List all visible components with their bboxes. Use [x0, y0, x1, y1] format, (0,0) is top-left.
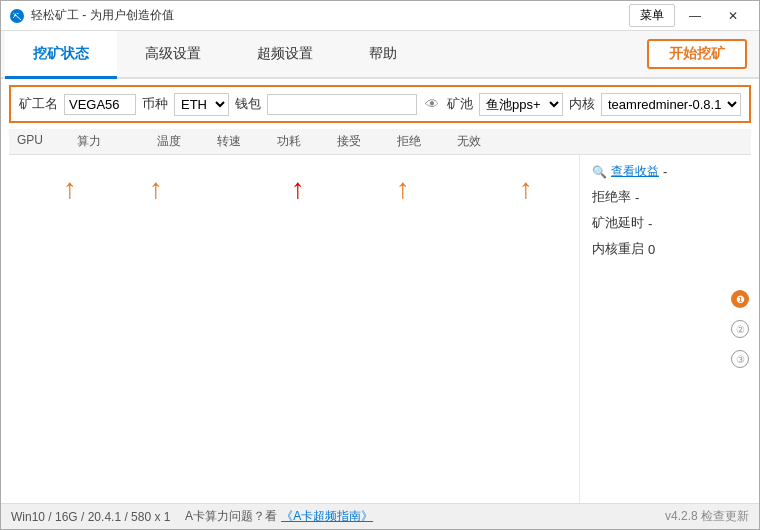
arrows-overlay: ↑ ↑ ↑ ↑ ↑ [1, 155, 579, 503]
restart-label: 内核重启 [592, 240, 644, 258]
reject-rate-label: 拒绝率 [592, 188, 631, 206]
col-rejected: 拒绝 [397, 133, 457, 150]
pool-select[interactable]: 鱼池pps+ 鱼池pplns 其他 [479, 93, 563, 116]
nav-bar: 挖矿状态 高级设置 超频设置 帮助 开始挖矿 [1, 31, 759, 79]
question-text [174, 510, 181, 524]
core-label: 内核 [569, 95, 595, 113]
question-prefix: A卡算力问题？看 [185, 508, 277, 525]
reject-rate-value: - [635, 190, 639, 205]
config-row: 矿工名 币种 ETH ETC RVN ERG 钱包 👁 矿池 鱼池pps+ 鱼池… [9, 85, 751, 123]
reject-rate-row: 拒绝率 - [592, 188, 747, 206]
minimize-button[interactable]: — [677, 6, 713, 26]
core-select[interactable]: teamredminer-0.8.1 lolminer PhoenixMiner [601, 93, 741, 116]
circle-1[interactable]: ❶ [731, 290, 749, 308]
pool-delay-row: 矿池延时 - [592, 214, 747, 232]
titlebar: ⛏ 轻松矿工 - 为用户创造价值 菜单 — ✕ [1, 1, 759, 31]
coin-select[interactable]: ETH ETC RVN ERG [174, 93, 229, 116]
col-gpu: GPU [17, 133, 77, 150]
wallet-label: 钱包 [235, 95, 261, 113]
titlebar-controls: 菜单 — ✕ [629, 4, 751, 27]
tab-advanced-settings[interactable]: 高级设置 [117, 31, 229, 79]
worker-label: 矿工名 [19, 95, 58, 113]
left-panel: ↑ ↑ ↑ ↑ ↑ [1, 155, 579, 503]
circle-3[interactable]: ③ [731, 350, 749, 368]
version-info[interactable]: v4.2.8 检查更新 [665, 508, 749, 525]
arrow-worker: ↑ [63, 175, 77, 203]
nav-spacer [425, 31, 639, 77]
col-temp: 温度 [157, 133, 217, 150]
content-area: ↑ ↑ ↑ ↑ ↑ [1, 155, 759, 503]
status-left: Win10 / 16G / 20.4.1 / 580 x 1 A卡算力问题？看 … [11, 508, 373, 525]
earnings-row: 🔍 查看收益 - [592, 163, 747, 180]
app-title: 轻松矿工 - 为用户创造价值 [31, 7, 174, 24]
arrow-coin: ↑ [149, 175, 163, 203]
table-header: GPU 算力 温度 转速 功耗 接受 拒绝 无效 [9, 129, 751, 155]
restart-row: 内核重启 0 [592, 240, 747, 258]
menu-button[interactable]: 菜单 [629, 4, 675, 27]
col-fanspeed: 转速 [217, 133, 277, 150]
tab-help[interactable]: 帮助 [341, 31, 425, 79]
start-mining-button[interactable]: 开始挖矿 [647, 39, 747, 69]
coin-label: 币种 [142, 95, 168, 113]
titlebar-left: ⛏ 轻松矿工 - 为用户创造价值 [9, 7, 174, 24]
acard-guide-link[interactable]: 《A卡超频指南》 [281, 508, 373, 525]
earnings-link[interactable]: 查看收益 [611, 163, 659, 180]
worker-input[interactable] [64, 94, 136, 115]
main-content: ↑ ↑ ↑ ↑ ↑ [1, 155, 759, 503]
arrow-pool: ↑ [396, 175, 410, 203]
wallet-input[interactable] [267, 94, 417, 115]
circle-2[interactable]: ② [731, 320, 749, 338]
tab-mining-status[interactable]: 挖矿状态 [5, 31, 117, 79]
close-button[interactable]: ✕ [715, 6, 751, 26]
app-icon: ⛏ [9, 8, 25, 24]
tab-overclock-settings[interactable]: 超频设置 [229, 31, 341, 79]
pool-delay-label: 矿池延时 [592, 214, 644, 232]
col-invalid: 无效 [457, 133, 517, 150]
main-window: ⛏ 轻松矿工 - 为用户创造价值 菜单 — ✕ 挖矿状态 高级设置 超频设置 帮… [0, 0, 760, 530]
pool-delay-value: - [648, 216, 652, 231]
arrow-core: ↑ [519, 175, 533, 203]
circles-panel: ❶ ② ③ [731, 290, 749, 368]
restart-value: 0 [648, 242, 655, 257]
search-icon: 🔍 [592, 165, 607, 179]
arrow-wallet: ↑ [291, 175, 305, 203]
pool-label: 矿池 [447, 95, 473, 113]
col-hashrate: 算力 [77, 133, 157, 150]
earnings-value: - [663, 164, 667, 179]
statusbar: Win10 / 16G / 20.4.1 / 580 x 1 A卡算力问题？看 … [1, 503, 759, 529]
col-accepted: 接受 [337, 133, 397, 150]
sys-info: Win10 / 16G / 20.4.1 / 580 x 1 [11, 510, 170, 524]
eye-icon[interactable]: 👁 [423, 96, 441, 112]
col-power: 功耗 [277, 133, 337, 150]
svg-text:⛏: ⛏ [13, 12, 22, 22]
